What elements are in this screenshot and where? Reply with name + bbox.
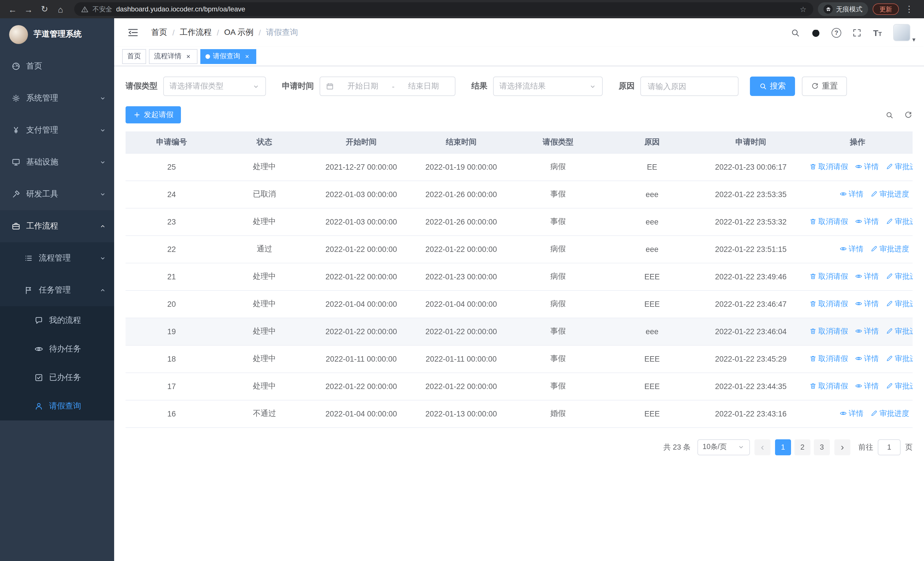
search-icon[interactable] <box>785 18 806 47</box>
detail-link[interactable]: 详情 <box>840 409 864 419</box>
sidebar-item-home[interactable]: 首页 <box>0 50 114 82</box>
font-size-icon[interactable] <box>867 18 888 47</box>
detail-link[interactable]: 详情 <box>840 189 864 199</box>
approval-progress-link[interactable]: 审批进度 <box>886 353 913 364</box>
table-cell: 19 <box>126 317 218 345</box>
table-refresh-icon[interactable] <box>904 111 913 119</box>
eye-icon <box>840 410 847 417</box>
tab-label: 流程详情 <box>154 51 182 61</box>
detail-link[interactable]: 详情 <box>855 326 879 337</box>
breadcrumb-item[interactable]: 工作流程 <box>180 27 212 38</box>
sidebar-item-my-process[interactable]: 我的流程 <box>0 306 114 335</box>
approval-progress-link[interactable]: 审批进度 <box>870 409 909 419</box>
create-leave-button[interactable]: 发起请假 <box>126 106 181 123</box>
sidebar-item-leave-query[interactable]: 请假查询 <box>0 392 114 420</box>
sidebar-item-system[interactable]: 系统管理 <box>0 82 114 114</box>
approval-progress-link[interactable]: 审批进度 <box>886 271 913 282</box>
sidebar-item-payment[interactable]: 支付管理 <box>0 114 114 146</box>
detail-link[interactable]: 详情 <box>855 217 879 227</box>
page-button-2[interactable]: 2 <box>795 439 810 455</box>
page-button-3[interactable]: 3 <box>814 439 830 455</box>
cancel-leave-link[interactable]: 取消请假 <box>809 381 848 391</box>
tab-item[interactable]: 请假查询× <box>200 49 256 64</box>
reason-input[interactable] <box>640 77 738 96</box>
detail-link[interactable]: 详情 <box>855 353 879 364</box>
approval-progress-link-label: 审批进度 <box>879 244 909 254</box>
table-cell: 事假 <box>511 317 604 345</box>
approval-progress-link[interactable]: 审批进度 <box>870 189 909 199</box>
chevron-down-icon <box>99 255 106 262</box>
help-icon[interactable] <box>826 18 847 47</box>
table-search-icon[interactable] <box>885 111 894 119</box>
sidebar-item-process-mgmt[interactable]: 流程管理 <box>0 242 114 274</box>
detail-link[interactable]: 详情 <box>855 299 879 309</box>
tab-item[interactable]: 首页 <box>122 49 146 64</box>
address-bar[interactable]: 不安全 dashboard.yudao.iocoder.cn/bpm/oa/le… <box>74 2 813 16</box>
table-cell: 17 <box>126 373 218 400</box>
search-button[interactable]: 搜索 <box>750 77 795 96</box>
detail-link[interactable]: 详情 <box>840 244 864 254</box>
sidebar-item-infrastructure[interactable]: 基础设施 <box>0 146 114 178</box>
sidebar-item-task-mgmt[interactable]: 任务管理 <box>0 274 114 306</box>
approval-progress-link[interactable]: 审批进度 <box>886 299 913 309</box>
table-cell: 2022-01-03 00:00:00 <box>311 180 411 208</box>
reload-icon[interactable] <box>38 2 51 16</box>
app-logo[interactable]: 芋道管理系统 <box>0 18 114 50</box>
next-page-button[interactable] <box>834 439 850 455</box>
table-cell: EEE <box>605 345 699 373</box>
back-icon[interactable] <box>6 2 20 16</box>
close-icon[interactable]: × <box>243 52 251 60</box>
page-button-1[interactable]: 1 <box>775 439 791 455</box>
cancel-leave-link[interactable]: 取消请假 <box>809 299 848 309</box>
detail-link[interactable]: 详情 <box>855 271 879 282</box>
detail-link[interactable]: 详情 <box>855 162 879 172</box>
approval-progress-link[interactable]: 审批进度 <box>886 381 913 391</box>
cancel-leave-link[interactable]: 取消请假 <box>809 271 848 282</box>
approval-progress-link-label: 审批进度 <box>879 409 909 419</box>
table-row: 18处理中2022-01-11 00:00:002022-01-11 00:00… <box>126 345 913 373</box>
sidebar-item-workflow[interactable]: 工作流程 <box>0 210 114 242</box>
sidebar-item-done-task[interactable]: 已办任务 <box>0 363 114 392</box>
breadcrumb-item[interactable]: 首页 <box>151 27 167 38</box>
goto-page-input[interactable] <box>878 439 901 455</box>
tab-item[interactable]: 流程详情× <box>149 49 198 64</box>
sidebar-item-devtools[interactable]: 研发工具 <box>0 178 114 210</box>
close-icon[interactable]: × <box>184 52 192 60</box>
bookmark-star-icon[interactable] <box>800 5 806 14</box>
cancel-leave-link[interactable]: 取消请假 <box>809 353 848 364</box>
avatar-caret-icon[interactable] <box>912 36 915 47</box>
detail-link[interactable]: 详情 <box>855 381 879 391</box>
sidebar-item-todo-task[interactable]: 待办任务 <box>0 335 114 363</box>
approval-progress-link[interactable]: 审批进度 <box>886 217 913 227</box>
cancel-leave-link[interactable]: 取消请假 <box>809 162 848 172</box>
leave-type-select[interactable]: 请选择请假类型 <box>163 77 266 96</box>
browser-chrome: 不安全 dashboard.yudao.iocoder.cn/bpm/oa/le… <box>0 0 924 18</box>
apply-time-range[interactable]: 开始日期 - 结束日期 <box>320 77 455 96</box>
github-icon[interactable] <box>806 18 826 47</box>
eye-icon <box>855 218 862 226</box>
sidebar-toggle-icon[interactable] <box>123 18 143 47</box>
table-cell: 2022-01-22 23:46:04 <box>699 317 802 345</box>
logo-avatar <box>9 25 28 44</box>
table-cell: 处理中 <box>218 290 311 317</box>
result-select[interactable]: 请选择流结果 <box>493 77 603 96</box>
approval-progress-link[interactable]: 审批进度 <box>886 326 913 337</box>
reset-button[interactable]: 重置 <box>802 77 847 96</box>
page-size-select[interactable]: 10条/页 <box>698 439 750 455</box>
detail-link-label: 详情 <box>864 353 879 364</box>
update-button[interactable]: 更新 <box>873 3 899 15</box>
cancel-leave-link[interactable]: 取消请假 <box>809 326 848 337</box>
user-avatar[interactable] <box>894 24 910 41</box>
forward-icon[interactable] <box>22 2 35 16</box>
prev-page-button[interactable] <box>754 439 771 455</box>
cancel-leave-link-label: 取消请假 <box>818 162 848 172</box>
approval-progress-link[interactable]: 审批进度 <box>886 162 913 172</box>
approval-progress-link-label: 审批进度 <box>895 353 913 364</box>
home-icon[interactable] <box>54 2 68 16</box>
cancel-leave-link[interactable]: 取消请假 <box>809 217 848 227</box>
fullscreen-icon[interactable] <box>847 18 867 47</box>
approval-progress-link[interactable]: 审批进度 <box>870 244 909 254</box>
browser-menu-icon[interactable] <box>902 2 916 16</box>
breadcrumb-item[interactable]: OA 示例 <box>224 27 254 38</box>
table-cell: 2021-12-27 00:00:00 <box>311 153 411 180</box>
